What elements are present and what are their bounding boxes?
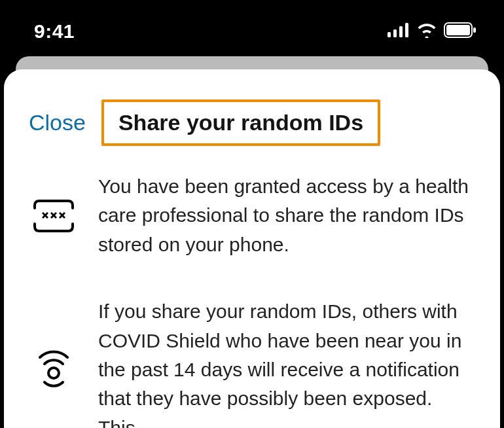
svg-rect-1	[393, 29, 397, 37]
info-text-1: You have been granted access by a health…	[98, 172, 474, 259]
status-time: 9:41	[34, 20, 75, 43]
svg-rect-2	[399, 26, 403, 37]
status-bar: 9:41	[0, 0, 504, 62]
svg-rect-0	[387, 32, 391, 37]
sheet-content: You have been granted access by a health…	[4, 166, 500, 428]
battery-icon	[444, 22, 477, 41]
code-icon	[30, 199, 77, 233]
svg-rect-6	[473, 27, 476, 33]
close-button[interactable]: Close	[25, 106, 90, 139]
cellular-icon	[387, 23, 410, 40]
wifi-icon	[416, 22, 437, 41]
svg-rect-5	[446, 25, 470, 35]
title-highlight-box: Share your random IDs	[101, 99, 380, 146]
sheet-title: Share your random IDs	[118, 110, 363, 135]
modal-sheet: Close Share your random IDs	[4, 69, 500, 428]
info-text-2: If you share your random IDs, others wit…	[98, 297, 474, 428]
sheet-header: Close Share your random IDs	[4, 88, 500, 166]
broadcast-icon	[30, 349, 77, 390]
device-frame: 9:41	[0, 0, 504, 428]
info-row-1: You have been granted access by a health…	[30, 172, 474, 259]
svg-rect-3	[405, 23, 408, 37]
svg-point-7	[48, 368, 59, 378]
status-right	[387, 22, 477, 41]
info-row-2: If you share your random IDs, others wit…	[30, 297, 474, 428]
